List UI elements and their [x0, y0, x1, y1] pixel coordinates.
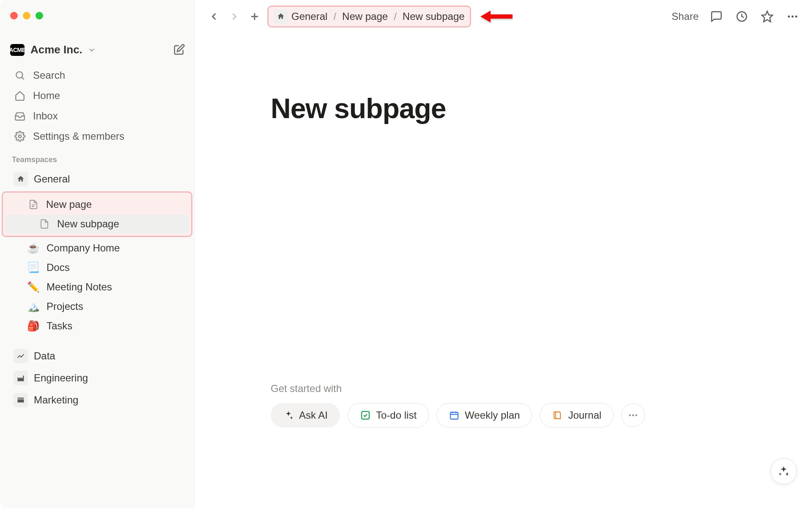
tree-item-new-subpage[interactable]: New subpage	[5, 215, 189, 233]
main-area: General / New page / New subpage Share	[195, 0, 812, 508]
tree-item-projects[interactable]: 🏔️ Projects	[3, 297, 191, 316]
share-button[interactable]: Share	[672, 11, 699, 22]
workspace-switcher[interactable]: ACME Acme Inc.	[0, 38, 194, 65]
sparkle-icon	[283, 410, 294, 421]
coffee-icon: ☕️	[26, 242, 41, 254]
more-icon	[628, 410, 639, 421]
breadcrumb: General / New page / New subpage	[267, 6, 471, 28]
page-title[interactable]: New subpage	[271, 92, 736, 124]
nav-back-button[interactable]	[206, 9, 222, 24]
tree-item-general[interactable]: General	[3, 168, 191, 190]
chip-label: To-do list	[376, 409, 417, 421]
breadcrumb-seg-new-page[interactable]: New page	[342, 11, 388, 22]
tree-item-label: Data	[34, 350, 55, 362]
sidebar-item-label: Home	[33, 90, 60, 102]
new-tab-button[interactable]	[247, 9, 262, 24]
svg-marker-10	[762, 11, 773, 22]
chip-more[interactable]	[621, 403, 645, 427]
clock-icon[interactable]	[734, 9, 749, 24]
sidebar-item-settings[interactable]: Settings & members	[3, 127, 191, 146]
mountain-icon: 🏔️	[26, 301, 41, 312]
chart-icon	[14, 349, 28, 363]
house-icon[interactable]	[274, 9, 288, 24]
chip-label: Ask AI	[299, 409, 328, 421]
svg-point-13	[795, 16, 797, 18]
backpack-icon: 🎒	[26, 320, 41, 332]
tree-item-label: New subpage	[57, 218, 119, 230]
svg-point-11	[788, 16, 790, 18]
tree-item-label: General	[34, 173, 70, 185]
sidebar-item-search[interactable]: Search	[3, 66, 191, 85]
annotation-arrow-icon	[479, 7, 513, 26]
topbar: General / New page / New subpage Share	[195, 0, 812, 33]
window-traffic-lights	[10, 12, 43, 19]
sidebar-item-label: Settings & members	[33, 130, 124, 142]
ai-fab-button[interactable]	[771, 458, 797, 484]
svg-point-2	[19, 135, 22, 138]
chip-label: Journal	[568, 409, 601, 421]
tree-item-label: Projects	[47, 301, 83, 312]
sidebar-item-home[interactable]: Home	[3, 86, 191, 105]
tree-item-docs[interactable]: 📃 Docs	[3, 258, 191, 277]
chip-ask-ai[interactable]: Ask AI	[271, 403, 340, 428]
tree-item-label: Meeting Notes	[47, 281, 112, 293]
sidebar-item-inbox[interactable]: Inbox	[3, 106, 191, 126]
star-icon[interactable]	[760, 9, 775, 24]
annotation-highlight-sidebar: New page New subpage	[2, 191, 192, 237]
tree-item-engineering[interactable]: Engineering	[3, 367, 191, 389]
tree-item-label: Engineering	[34, 372, 88, 384]
tree-item-meeting-notes[interactable]: ✏️ Meeting Notes	[3, 278, 191, 296]
svg-point-12	[792, 16, 794, 18]
pencil-icon: ✏️	[26, 281, 41, 293]
window-maximize-icon[interactable]	[36, 12, 43, 19]
tree-item-tasks[interactable]: 🎒 Tasks	[3, 317, 191, 335]
more-icon[interactable]	[785, 9, 800, 24]
house-icon	[14, 172, 28, 186]
svg-point-22	[636, 414, 637, 416]
tree-item-company-home[interactable]: ☕️ Company Home	[3, 239, 191, 257]
breadcrumb-separator: /	[331, 11, 339, 22]
clapboard-icon	[14, 393, 28, 407]
sidebar-item-label: Inbox	[33, 110, 58, 122]
starter-section: Get started with Ask AI To-do list	[271, 383, 645, 428]
chip-journal[interactable]: Journal	[540, 403, 614, 428]
chip-weekly-plan[interactable]: Weekly plan	[436, 403, 532, 428]
nav-forward-button[interactable]	[227, 9, 242, 24]
sidebar: ACME Acme Inc. Search Home Inb	[0, 0, 195, 508]
breadcrumb-seg-new-subpage[interactable]: New subpage	[403, 11, 465, 22]
workspace-logo: ACME	[10, 44, 25, 56]
tree-item-label: Company Home	[47, 242, 120, 254]
window-minimize-icon[interactable]	[23, 12, 30, 19]
chip-todo[interactable]: To-do list	[348, 403, 429, 428]
window-close-icon[interactable]	[10, 12, 18, 19]
svg-point-20	[629, 414, 631, 416]
tree-item-marketing[interactable]: Marketing	[3, 389, 191, 411]
compose-icon[interactable]	[173, 44, 186, 56]
gear-icon	[14, 130, 26, 143]
starter-label: Get started with	[271, 383, 645, 395]
sidebar-item-label: Search	[33, 69, 65, 81]
svg-point-21	[632, 414, 634, 416]
svg-point-0	[16, 72, 22, 78]
tree-item-data[interactable]: Data	[3, 345, 191, 367]
tree-item-new-page[interactable]: New page	[5, 195, 189, 214]
tree-item-label: Marketing	[34, 394, 78, 406]
svg-marker-8	[480, 11, 491, 22]
breadcrumb-seg-general[interactable]: General	[291, 11, 327, 22]
book-icon	[552, 410, 563, 421]
tree-item-label: New page	[46, 199, 92, 210]
svg-rect-15	[450, 412, 458, 419]
comments-icon[interactable]	[709, 9, 724, 24]
sidebar-section-label: Teamspaces	[0, 147, 194, 168]
chevron-down-icon	[88, 46, 96, 54]
sparkle-icon	[778, 465, 790, 477]
checkbox-icon	[360, 410, 371, 421]
svg-line-1	[22, 77, 24, 79]
factory-icon	[14, 371, 28, 385]
chip-label: Weekly plan	[465, 409, 520, 421]
page-icon	[28, 199, 40, 210]
tree-item-label: Docs	[47, 262, 70, 273]
document-icon: 📃	[26, 262, 41, 273]
search-icon	[14, 69, 26, 82]
calendar-icon	[449, 410, 460, 421]
